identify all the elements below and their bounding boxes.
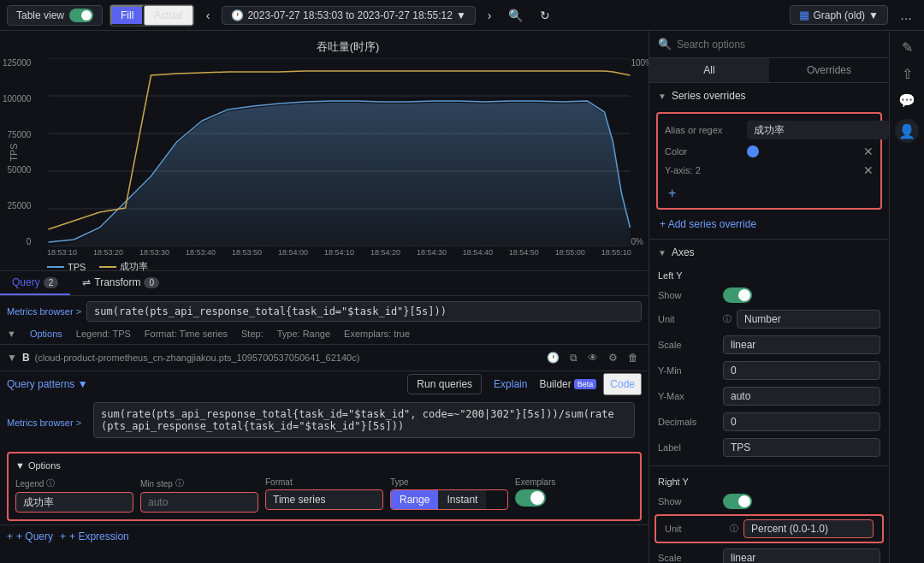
query-a-input[interactable]: [86, 301, 642, 322]
share-icon[interactable]: ⇧: [902, 66, 913, 82]
comment-icon[interactable]: 💬: [898, 92, 915, 109]
exemplars-toggle[interactable]: [515, 489, 546, 507]
actual-button[interactable]: Actual: [144, 5, 192, 26]
yaxis-override-label: Y-axis: 2: [665, 165, 742, 175]
right-y-scale-row: Scale linear: [649, 545, 889, 563]
table-view-button[interactable]: Table view: [7, 5, 103, 26]
legend-success-line: [99, 266, 116, 268]
query-b-toolbar: Query patterns ▼ Run queries Explain Bui…: [0, 371, 649, 397]
right-y-show-toggle[interactable]: [723, 494, 752, 509]
legend-info-icon[interactable]: ⓘ: [46, 477, 55, 489]
query-b-eye-icon[interactable]: 👁: [584, 350, 601, 365]
query-b-letter: B: [22, 352, 30, 364]
edit-icon[interactable]: ✎: [902, 39, 913, 56]
query-b-block: ▼ B (cloud-product-prometheus_cn-zhangji…: [0, 345, 649, 525]
range-button[interactable]: Range: [391, 490, 438, 509]
type-field: Type Range Instant: [390, 477, 508, 510]
format-info: Format: Time series: [145, 329, 228, 339]
minstep-input[interactable]: [140, 492, 258, 513]
search-input[interactable]: [677, 39, 880, 50]
alias-input[interactable]: [747, 121, 889, 139]
options-title[interactable]: ▼ Options: [15, 460, 633, 471]
fill-button[interactable]: Fill: [110, 5, 144, 26]
user-icon[interactable]: 👤: [895, 119, 919, 143]
query-b-settings-icon[interactable]: ⚙: [605, 350, 621, 365]
add-query-button[interactable]: + + Query: [7, 530, 53, 542]
query-b-icons: 🕐 ⧉ 👁 ⚙ 🗑: [543, 350, 642, 365]
run-queries-button[interactable]: Run queries: [407, 374, 482, 394]
right-unit-info-icon[interactable]: ⓘ: [730, 523, 738, 535]
scale-select[interactable]: linear: [723, 335, 880, 354]
override-card: Alias or regex 🗑 Color ✕ Y-axis: 2 ✕: [656, 112, 882, 210]
left-y-max-row: Y-Max: [649, 383, 889, 409]
code-button[interactable]: Code: [603, 373, 642, 395]
axes-section-header[interactable]: ▼ Axes: [649, 240, 889, 265]
unit-info-icon[interactable]: ⓘ: [723, 313, 732, 325]
query-b-header: ▼ B (cloud-product-prometheus_cn-zhangji…: [0, 345, 649, 371]
panel-tab-overrides[interactable]: Overrides: [769, 58, 889, 82]
left-y-show-toggle[interactable]: [723, 287, 752, 303]
side-action-panel: ✎ ⇧ 💬 👤: [889, 31, 924, 563]
right-scale-select[interactable]: linear: [723, 548, 880, 563]
metrics-browser-link-b[interactable]: Metrics browser >: [7, 418, 81, 428]
minstep-info-icon[interactable]: ⓘ: [175, 477, 184, 489]
yaxis-remove-icon[interactable]: ✕: [863, 163, 874, 177]
add-property-icon[interactable]: +: [665, 184, 679, 202]
ymin-input[interactable]: [723, 361, 880, 380]
right-unit-label: Unit: [665, 524, 725, 534]
minstep-field: Min step ⓘ: [140, 477, 258, 513]
query-b-trash-icon[interactable]: 🗑: [625, 350, 642, 365]
panel-tab-all[interactable]: All: [649, 58, 769, 82]
instant-button[interactable]: Instant: [438, 490, 486, 509]
unit-select[interactable]: Number: [737, 310, 880, 329]
legend-success: 成功率: [99, 260, 148, 273]
legend-input[interactable]: [15, 492, 133, 513]
query-b-copy-icon[interactable]: ⧉: [566, 350, 581, 365]
chart-svg: [47, 58, 631, 246]
chevron-down-icon: ▼: [658, 92, 666, 101]
axes-chevron-icon: ▼: [658, 248, 666, 258]
ymax-input[interactable]: [723, 387, 880, 406]
label-label: Label: [658, 442, 718, 453]
chart-legend: TPS 成功率: [47, 257, 649, 273]
color-picker[interactable]: [747, 145, 759, 157]
left-y-show-row: Show: [649, 284, 889, 306]
x-axis-labels: 18:53:10 18:53:20 18:53:30 18:53:40 18:5…: [47, 248, 649, 257]
panel-options-button[interactable]: …: [895, 6, 917, 25]
axes-title: Axes: [672, 246, 695, 258]
right-y-100: 100%: [631, 58, 649, 68]
exemplars-info: Exemplars: true: [344, 329, 410, 339]
tab-transform[interactable]: ⇌ Transform 0: [70, 271, 171, 295]
graph-type-selector[interactable]: ▦ Graph (old) ▼: [790, 5, 888, 25]
time-range-prev[interactable]: ‹: [201, 7, 216, 24]
left-y-min-row: Y-Min: [649, 358, 889, 383]
left-y-scale-row: Scale linear: [649, 332, 889, 358]
builder-button[interactable]: Builder Beta: [539, 378, 596, 390]
tab-query[interactable]: Query 2: [0, 271, 70, 295]
query-b-clock-icon[interactable]: 🕐: [543, 350, 563, 365]
query-a-options-row[interactable]: ▼ Options Legend: TPS Format: Time serie…: [0, 327, 649, 344]
exemplars-label: Exemplars: [515, 477, 633, 487]
color-remove-icon[interactable]: ✕: [863, 145, 874, 158]
series-overrides-header[interactable]: ▼ Series overrides: [649, 83, 889, 109]
left-y-title: Left Y: [649, 265, 889, 284]
query-patterns-button[interactable]: Query patterns ▼: [7, 378, 88, 390]
type-label: Type: [390, 477, 508, 487]
time-range-next[interactable]: ›: [483, 7, 497, 24]
query-b-input[interactable]: sum(rate(pts_api_response_total{task_id=…: [93, 402, 635, 438]
add-series-override-button[interactable]: + Add series override: [656, 215, 760, 234]
decimals-input[interactable]: [723, 412, 880, 431]
table-view-toggle[interactable]: [69, 9, 93, 22]
explain-button[interactable]: Explain: [489, 375, 532, 394]
format-select[interactable]: Time series: [265, 489, 383, 510]
add-expression-button[interactable]: + + Expression: [60, 530, 129, 542]
refresh-button[interactable]: ↻: [535, 6, 555, 25]
right-y-show-row: Show: [649, 490, 889, 513]
time-range-selector[interactable]: 🕐 2023-07-27 18:53:03 to 2023-07-27 18:5…: [222, 6, 475, 25]
right-unit-select[interactable]: Percent (0.0-1.0): [743, 519, 874, 538]
metrics-browser-link-a[interactable]: Metrics browser >: [7, 306, 81, 317]
yaxis-row: Y-axis: 2 ✕: [665, 163, 874, 177]
format-select-wrap: Time series: [265, 489, 383, 510]
label-input[interactable]: [723, 438, 880, 457]
zoom-button[interactable]: 🔍: [503, 6, 528, 25]
